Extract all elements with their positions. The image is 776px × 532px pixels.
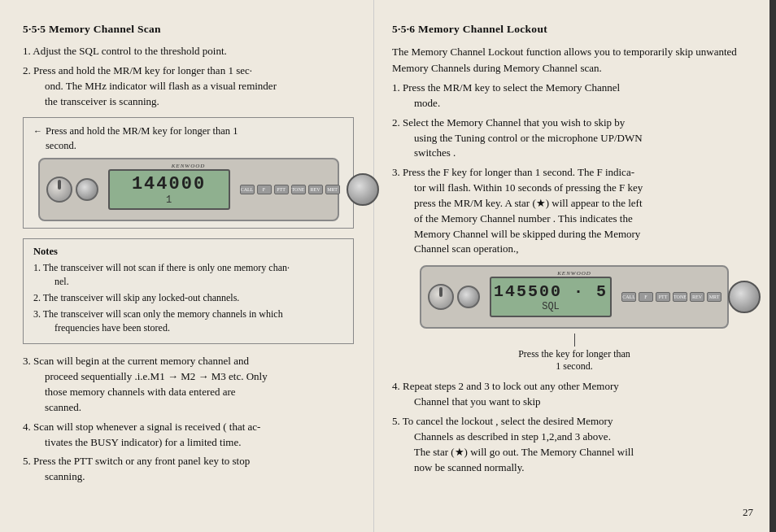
radio-knob-right-a	[428, 284, 454, 310]
radio-btn-tone-r: TONE	[673, 292, 687, 302]
radio-knob-right-left	[347, 173, 379, 206]
radio-btn-rev-r: REV	[690, 292, 704, 302]
radio-btn-mrt-r: MRT	[707, 292, 722, 302]
radio-sql-right: SQL	[542, 301, 560, 312]
left-column: 5·5·5 Memory Channel Scan 1. Adjust the …	[0, 0, 374, 532]
note-1: 1. The transceiver will not scan if ther…	[33, 261, 343, 289]
callout-line: ← Press and hold the MR/M key for longer…	[33, 124, 343, 153]
radio-display-right: 145500 · 5 SQL	[490, 277, 612, 317]
radio-btn-call: CALL	[240, 185, 255, 194]
notes-box: Notes 1. The transceiver will not scan i…	[23, 238, 354, 344]
notes-list: 1. The transceiver will not scan if ther…	[33, 261, 343, 334]
dark-bar	[769, 0, 776, 532]
page-number: 27	[743, 506, 753, 519]
left-step-1: 1. Adjust the SQL control to the thresho…	[23, 44, 354, 59]
radio-knob-left	[46, 177, 72, 203]
radio-knob-right-b	[457, 286, 480, 308]
left-step-2: 2. Press and hold the MR/M key for longe…	[23, 63, 354, 110]
callout-arrow-icon: ←	[33, 126, 42, 136]
left-steps-2: 3. Scan will begin at the current memory…	[23, 354, 354, 485]
left-step-4: 4. Scan will stop whenever a signal is r…	[23, 420, 354, 451]
right-steps-2: 4. Repeat steps 2 and 3 to lock out any …	[392, 379, 756, 475]
radio-btn-call-r: CALL	[621, 292, 636, 302]
radio-btn-ptt: PTT	[274, 185, 289, 194]
callout-text: Press and hold the MR/M key for longer t…	[46, 124, 238, 153]
radio-btn-row1: CALL F PTT TONE REV MRT	[240, 185, 340, 194]
kenwood-label: KENWOOD	[172, 163, 206, 169]
radio-btn-tone: TONE	[291, 185, 306, 194]
left-section-title: 5·5·5 Memory Channel Scan	[23, 23, 354, 36]
right-step-4: 4. Repeat steps 2 and 3 to lock out any …	[392, 379, 756, 410]
note-3: 3. The transceiver will scan only the me…	[33, 307, 343, 335]
radio-ch-left: 1	[166, 194, 172, 206]
radio-freq-left: 144000	[132, 174, 206, 194]
radio-btn-f: F	[257, 185, 272, 194]
press-caption-line1: Press the key for longer than	[518, 348, 630, 360]
note-2: 2. The transceiver will skip any locked-…	[33, 291, 343, 305]
radio-btn-mrt: MRT	[325, 185, 340, 194]
caption-line	[574, 334, 575, 347]
radio-device-left: KENWOOD 144000 1 CALL F PTT TONE REV MRT	[38, 158, 339, 221]
radio-btn-f-r: F	[639, 292, 653, 302]
callout-box-left: ← Press and hold the MR/M key for longer…	[23, 117, 354, 229]
page: 5·5·5 Memory Channel Scan 1. Adjust the …	[0, 0, 776, 532]
radio-controls-left: CALL F PTT TONE REV MRT	[240, 185, 340, 194]
press-caption: Press the key for longer than 1 second.	[392, 329, 756, 373]
right-section-title: 5·5·6 Memory Channel Lockout	[392, 23, 756, 36]
left-step-5: 5. Press the PTT switch or any front pan…	[23, 454, 354, 485]
radio-btn-rev: REV	[308, 185, 323, 194]
kenwood-label-right: KENWOOD	[557, 270, 591, 277]
radio-freq-right: 145500 · 5	[494, 282, 608, 301]
right-step-5: 5. To cancel the lockout , select the de…	[392, 414, 756, 475]
radio-container-right: KENWOOD 145500 · 5 SQL CALL F PTT TONE R…	[392, 265, 756, 373]
right-step-2: 2. Select the Memory Channel that you wi…	[392, 116, 756, 162]
radio-controls-right: CALL F PTT TONE REV MRT	[621, 292, 722, 302]
radio-btn-ptt-r: PTT	[656, 292, 670, 302]
left-step-3: 3. Scan will begin at the current memory…	[23, 354, 354, 415]
radio-device-right: KENWOOD 145500 · 5 SQL CALL F PTT TONE R…	[420, 265, 729, 329]
right-step-1: 1. Press the MR/M key to select the Memo…	[392, 81, 756, 111]
radio-knob2	[76, 178, 98, 201]
radio-btn-row-right: CALL F PTT TONE REV MRT	[621, 292, 722, 302]
right-column: 5·5·6 Memory Channel Lockout The Memory …	[374, 0, 776, 532]
radio-knob-far-right	[728, 281, 761, 313]
radio-display-left: 144000 1	[108, 169, 230, 210]
press-caption-line2: 1 second.	[556, 360, 592, 372]
right-intro: The Memory Channel Lockout function allo…	[392, 44, 756, 76]
notes-title: Notes	[33, 246, 343, 258]
right-step-3: 3. Press the F key for longer than 1 sec…	[392, 165, 756, 257]
left-steps-1: 1. Adjust the SQL control to the thresho…	[23, 44, 354, 109]
right-steps-1: 1. Press the MR/M key to select the Memo…	[392, 81, 756, 257]
